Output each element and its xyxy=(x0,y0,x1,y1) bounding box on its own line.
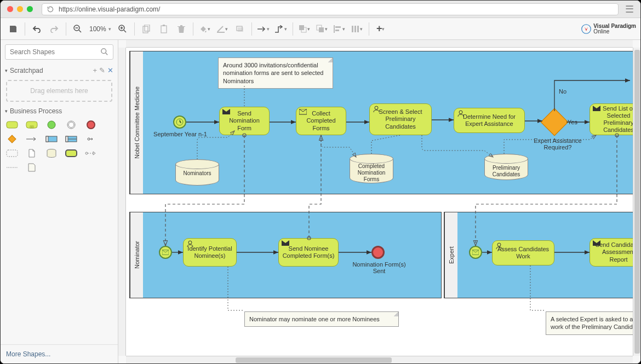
search-input[interactable] xyxy=(10,48,101,56)
add-button[interactable]: +▾ xyxy=(373,21,389,37)
palette-datastore-icon[interactable] xyxy=(45,149,58,158)
task-determine-need[interactable]: Determine Need for Expert Assistance xyxy=(454,108,525,133)
palette-pool-icon[interactable] xyxy=(45,135,58,143)
palette-seqflow-icon[interactable] xyxy=(26,135,38,143)
scratchpad-add-icon[interactable]: + xyxy=(93,66,97,74)
msg-start-expert[interactable] xyxy=(469,246,482,259)
msg-start-nominator[interactable] xyxy=(159,246,172,259)
palette-assoc-icon[interactable] xyxy=(6,163,18,172)
maximize-dot[interactable] xyxy=(27,6,33,12)
main: ▾ Scratchpad + ✎ ✕ Drag elements here ▾ … xyxy=(1,40,640,363)
palette-annotation-icon[interactable] xyxy=(26,163,38,172)
palette-task-icon[interactable] xyxy=(6,120,18,129)
palette-end-icon[interactable] xyxy=(85,120,97,129)
svg-point-20 xyxy=(101,49,106,54)
reload-icon xyxy=(47,5,54,13)
palette-dataobj-icon[interactable] xyxy=(26,149,38,158)
task-collect-forms[interactable]: Collect Completed Forms xyxy=(296,107,346,135)
undo-button[interactable] xyxy=(28,21,45,37)
more-shapes-link[interactable]: More Shapes... xyxy=(1,344,118,363)
gateway-no-label: No xyxy=(559,88,566,95)
task-send-nomination[interactable]: Send Nomination Form xyxy=(219,107,270,135)
ruler-horizontal xyxy=(126,40,633,48)
palette-link-icon[interactable] xyxy=(85,135,97,143)
url-bar[interactable]: https://online.visual-paradigm.com/ xyxy=(42,3,619,15)
app-window: https://online.visual-paradigm.com/ ☰ 10… xyxy=(0,0,641,364)
datastore-nominators[interactable]: Nominators xyxy=(175,159,219,186)
delete-button[interactable] xyxy=(173,21,190,37)
zoom-out-button[interactable] xyxy=(70,21,86,37)
svg-rect-16 xyxy=(352,26,353,32)
search-shapes-box[interactable] xyxy=(5,44,113,60)
svg-rect-18 xyxy=(357,26,359,32)
palette-intermediate-icon[interactable] xyxy=(65,120,77,129)
menu-icon[interactable]: ☰ xyxy=(625,3,634,15)
scratchpad-edit-icon[interactable]: ✎ xyxy=(99,66,105,74)
task-assess-work[interactable]: Assess Candidates Work xyxy=(492,240,554,265)
palette-subprocess-icon[interactable] xyxy=(26,120,38,129)
align-button[interactable]: ▾ xyxy=(331,21,348,37)
task-send-list[interactable]: Send List of Selected Preliminary Candid… xyxy=(590,103,633,135)
palette-start-icon[interactable] xyxy=(45,120,58,129)
task-identify-nominees[interactable]: Identify Potential Nominee(s) xyxy=(183,238,237,267)
zoom-in-button[interactable] xyxy=(115,21,131,37)
bp-label: Business Process xyxy=(10,107,62,115)
annotation-invitations[interactable]: Around 3000 invitations/confidential nom… xyxy=(218,57,333,89)
titlebar: https://online.visual-paradigm.com/ ☰ xyxy=(1,1,640,18)
svg-rect-4 xyxy=(161,26,167,33)
scratchpad-close-icon[interactable]: ✕ xyxy=(107,66,113,74)
zoom-level[interactable]: 100%▾ xyxy=(87,25,113,33)
start-event-timer[interactable] xyxy=(173,115,186,129)
copy-button[interactable] xyxy=(138,21,154,37)
annotation-nominator[interactable]: Nominator may nominate one or more Nomin… xyxy=(244,311,399,327)
datastore-completed-forms[interactable]: Completed Nomination Forms xyxy=(350,154,393,183)
svg-rect-35 xyxy=(7,150,18,157)
scrollbar-horizontal[interactable] xyxy=(126,356,633,363)
palette-gateway-icon[interactable] xyxy=(6,135,18,143)
fill-button[interactable]: ▾ xyxy=(197,21,213,37)
task-send-nominee-forms[interactable]: Send Nominee Completed Form(s) xyxy=(278,238,339,267)
send-icon xyxy=(593,240,600,247)
envelope-icon xyxy=(472,250,479,255)
canvas-area: Nobel Committee Medicine Nominator Exper… xyxy=(118,40,640,363)
bp-header[interactable]: ▾ Business Process xyxy=(1,105,118,117)
svg-rect-21 xyxy=(7,122,18,128)
palette-lane-icon[interactable] xyxy=(65,135,77,143)
distribute-button[interactable]: ▾ xyxy=(349,21,365,37)
ruler-vertical xyxy=(118,48,126,356)
send-icon xyxy=(282,240,289,247)
palette-msgflow-icon[interactable] xyxy=(85,149,97,158)
scrollbar-vertical[interactable] xyxy=(633,48,640,356)
svg-rect-3 xyxy=(145,25,150,31)
svg-point-27 xyxy=(87,121,95,129)
waypoint-button[interactable]: ▾ xyxy=(273,21,289,37)
paste-button[interactable] xyxy=(156,21,172,37)
front-button[interactable]: ▾ xyxy=(296,21,313,37)
canvas[interactable]: Nobel Committee Medicine Nominator Exper… xyxy=(126,48,633,356)
end-event-nom-sent[interactable] xyxy=(371,246,385,259)
svg-rect-32 xyxy=(66,136,68,142)
palette-call-icon[interactable] xyxy=(65,149,77,158)
svg-point-34 xyxy=(88,138,90,140)
svg-point-38 xyxy=(85,152,88,154)
brand-icon xyxy=(581,24,591,34)
task-send-assessment[interactable]: Send Candidates Assessment Report xyxy=(590,238,633,267)
svg-rect-2 xyxy=(143,26,148,33)
minimize-dot[interactable] xyxy=(17,6,23,12)
connector-button[interactable]: ▾ xyxy=(255,21,272,37)
annotation-expert[interactable]: A selected Expert is asked to assess the… xyxy=(546,311,633,335)
save-button[interactable] xyxy=(5,21,21,37)
close-dot[interactable] xyxy=(7,6,13,12)
redo-button[interactable] xyxy=(46,21,62,37)
datastore-prelim[interactable]: Preliminary Candidates xyxy=(484,154,528,180)
task-screen-select[interactable]: Screen & Select Preliminary Candidates xyxy=(369,103,432,135)
gateway-yes-label: Yes xyxy=(568,119,577,125)
stroke-button[interactable]: ▾ xyxy=(214,21,231,37)
back-button[interactable]: ▾ xyxy=(314,21,330,37)
scratchpad-header[interactable]: ▾ Scratchpad + ✎ ✕ xyxy=(1,64,118,77)
scratchpad-dropzone[interactable]: Drag elements here xyxy=(6,80,112,102)
palette-group-icon[interactable] xyxy=(6,149,18,158)
svg-rect-8 xyxy=(238,27,243,32)
svg-rect-14 xyxy=(335,26,341,28)
shadow-button[interactable] xyxy=(232,21,248,37)
